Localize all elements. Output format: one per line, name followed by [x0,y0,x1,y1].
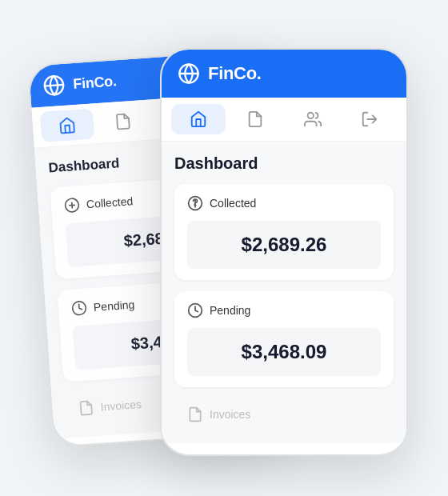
collected-label-front: Collected [210,197,256,210]
content-front: Dashboard Collected $2,689.26 [162,142,406,443]
collected-value-front: $2,689.26 [242,234,327,255]
globe-icon-back [42,74,66,98]
pending-label-front: Pending [210,304,250,317]
dollar-circle-icon-front [187,195,203,211]
home-icon-back [58,116,76,134]
users-icon-front [304,110,322,128]
page-title-front: Dashboard [174,154,394,173]
svg-line-1 [45,85,63,86]
invoices-icon-front [187,406,203,422]
pending-value-box-front: $3,468.09 [187,328,381,376]
globe-icon-front [178,62,200,85]
pending-label-back: Pending [93,298,134,314]
collected-label-row-front: Collected [187,195,381,211]
home-icon-front [190,110,207,128]
pending-label-row-front: Pending [187,302,381,318]
pending-card-front: Pending $3,468.09 [174,291,394,387]
docs-icon-front [246,110,264,128]
invoices-item-front: Invoices [174,398,394,430]
invoices-label-front: Invoices [210,408,250,421]
phone-front: FinCo. [160,48,408,456]
nav-home-front[interactable] [171,104,226,134]
nav-logout-front[interactable] [343,104,398,134]
app-title-back: FinCo. [73,73,118,93]
invoices-icon-back [78,399,94,416]
logout-icon-front [361,110,378,128]
nav-docs-front[interactable] [229,104,283,134]
docs-icon-back [114,112,132,130]
collected-card-front: Collected $2,689.26 [174,184,394,280]
pending-value-front: $3,468.09 [242,341,327,362]
nav-docs-back[interactable] [96,105,150,139]
nav-home-back[interactable] [40,108,94,142]
invoices-label-back: Invoices [100,398,142,414]
app-title-front: FinCo. [208,63,262,84]
collected-value-box-front: $2,689.26 [187,221,381,269]
svg-point-10 [307,113,313,118]
collected-label-back: Collected [86,194,133,210]
app-header-front: FinCo. [162,50,406,98]
dollar-icon-back [63,197,80,214]
nav-bar-front [162,98,406,142]
phones-container: FinCo. [40,24,408,472]
nav-users-front[interactable] [286,104,340,134]
clock-icon-front [187,302,203,318]
clock-icon-back [70,300,87,317]
